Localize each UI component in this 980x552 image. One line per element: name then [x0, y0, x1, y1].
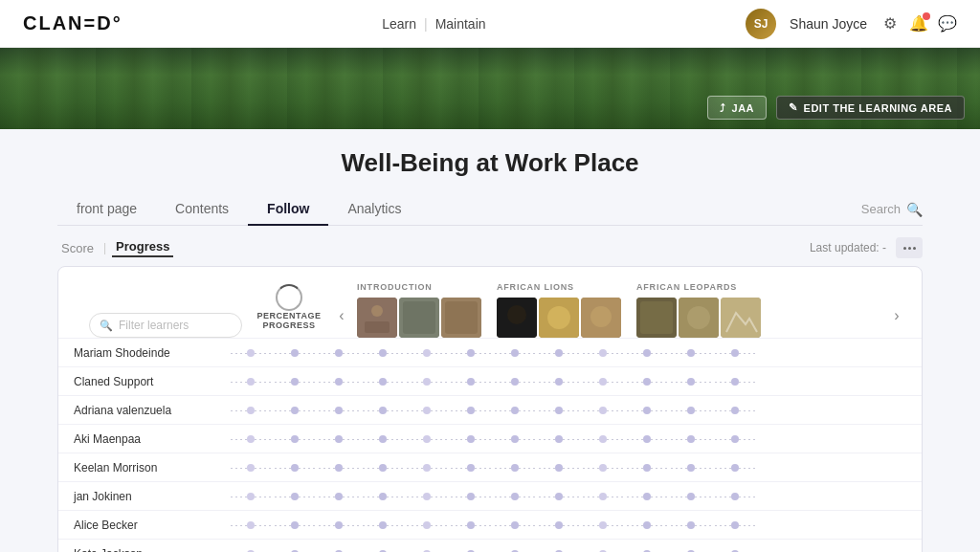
sub-nav-score[interactable]: Score	[57, 241, 98, 255]
progress-dot	[511, 464, 519, 472]
scroll-left-button[interactable]: ‹	[332, 307, 351, 338]
row-dots	[231, 521, 922, 529]
dot2	[908, 247, 911, 250]
progress-dot	[599, 521, 607, 529]
dot-cell	[715, 378, 755, 386]
progress-dot	[555, 493, 563, 500]
dot-cell	[275, 435, 315, 443]
progress-dot	[247, 493, 255, 500]
chat-icon[interactable]: 💬	[938, 14, 957, 33]
notifications-icon[interactable]: 🔔	[909, 14, 928, 33]
tab-contents[interactable]: Contents	[156, 193, 248, 226]
progress-dot	[687, 378, 695, 386]
dot-cell	[627, 464, 667, 472]
learner-name: Adriana valenzuela	[58, 398, 231, 423]
dot-cell	[231, 349, 271, 357]
tab-analytics[interactable]: Analytics	[328, 193, 420, 226]
progress-dot	[379, 378, 387, 386]
tab-follow[interactable]: Follow	[248, 193, 328, 226]
tab-front-page[interactable]: front page	[57, 193, 156, 226]
progress-dot	[511, 378, 519, 386]
dot-cell	[231, 378, 271, 386]
page-title: Well-Being at Work Place	[57, 129, 923, 193]
progress-dot	[467, 435, 475, 443]
progress-dot	[291, 407, 299, 414]
progress-dot	[643, 349, 651, 357]
table-row: Aki Maenpaa	[58, 424, 922, 453]
more-options-button[interactable]	[896, 237, 923, 258]
tabs-bar: front page Contents Follow Analytics Sea…	[57, 193, 923, 226]
settings-icon[interactable]: ⚙	[880, 14, 900, 33]
dot-cell	[363, 521, 403, 529]
page-content: Well-Being at Work Place front page Cont…	[0, 129, 980, 552]
progress-dot	[247, 521, 255, 529]
sub-nav-progress[interactable]: Progress	[112, 239, 173, 257]
learner-name: Mariam Shodeinde	[58, 341, 231, 365]
dot-cell	[319, 493, 359, 500]
main-nav: Learn | Maintain	[382, 16, 485, 32]
learner-rows: Mariam ShodeindeClaned SupportAdriana va…	[58, 338, 922, 552]
learner-name: Aki Maenpaa	[58, 427, 231, 452]
edit-learning-area-button[interactable]: ✎ EDIT THE LEARNING AREA	[776, 96, 965, 120]
dot-cell	[407, 521, 447, 529]
dot-cell	[539, 464, 579, 472]
tab-search: Search 🔍	[861, 202, 923, 217]
progress-dot	[555, 464, 563, 472]
learn-link[interactable]: Learn	[382, 16, 416, 32]
progress-dot	[335, 407, 343, 414]
dot-cell	[495, 493, 535, 500]
dot-cell	[451, 435, 491, 443]
dot-cell	[451, 349, 491, 357]
dot-cell	[583, 464, 623, 472]
progress-dot	[291, 378, 299, 386]
progress-table: 🔍 Filter learners PERCENTAGE PROGRESS ‹ …	[57, 266, 923, 552]
share-button[interactable]: ⤴ JAA	[707, 96, 767, 120]
progress-dot	[643, 521, 651, 529]
dot-cell	[715, 349, 755, 357]
dot-cell	[539, 349, 579, 357]
dot-cell	[583, 493, 623, 500]
header-icons: ⚙ 🔔 💬	[880, 14, 957, 33]
progress-dot	[599, 349, 607, 357]
filter-placeholder: Filter learners	[119, 319, 189, 332]
dot-cell	[275, 521, 315, 529]
dot-cell	[583, 349, 623, 357]
progress-dot	[467, 464, 475, 472]
maintain-link[interactable]: Maintain	[435, 16, 486, 32]
sub-nav: Score | Progress Last updated: -	[57, 226, 923, 266]
notification-badge	[923, 12, 930, 20]
dot-cell	[363, 435, 403, 443]
dot-cell	[627, 521, 667, 529]
dot1	[903, 247, 906, 250]
hero-banner: ⤴ JAA ✎ EDIT THE LEARNING AREA	[0, 48, 980, 129]
dot-cell	[363, 349, 403, 357]
dot-cell	[715, 464, 755, 472]
dot-cell	[495, 349, 535, 357]
progress-dot	[335, 349, 343, 357]
dot-cell	[583, 378, 623, 386]
dot-cell	[275, 493, 315, 500]
progress-dot	[555, 435, 563, 443]
dot-cell	[451, 378, 491, 386]
dot-cell	[231, 521, 271, 529]
dot-cell	[495, 464, 535, 472]
dot-cell	[495, 521, 535, 529]
dot-cell	[627, 435, 667, 443]
dot-cell	[231, 493, 271, 500]
dot-cell	[671, 407, 711, 414]
progress-dot	[291, 435, 299, 443]
progress-dot	[291, 493, 299, 500]
progress-dot	[247, 464, 255, 472]
dot-cell	[627, 407, 667, 414]
dot-cell	[363, 464, 403, 472]
filter-input[interactable]: 🔍 Filter learners	[89, 313, 242, 338]
progress-dot	[335, 464, 343, 472]
dot-cell	[275, 464, 315, 472]
row-dots	[231, 407, 922, 414]
col-group-label-leopards: AFRICAN LEOPARDS	[631, 278, 761, 298]
scroll-right-button[interactable]: ›	[887, 307, 906, 338]
dot-cell	[319, 464, 359, 472]
search-icon[interactable]: 🔍	[906, 202, 923, 217]
dot-cell	[715, 521, 755, 529]
row-dots	[231, 378, 922, 386]
